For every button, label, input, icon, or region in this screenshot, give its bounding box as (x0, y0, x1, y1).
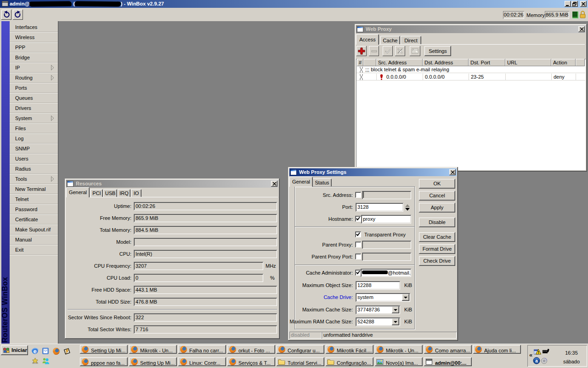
svg-text:a: a (535, 358, 538, 363)
